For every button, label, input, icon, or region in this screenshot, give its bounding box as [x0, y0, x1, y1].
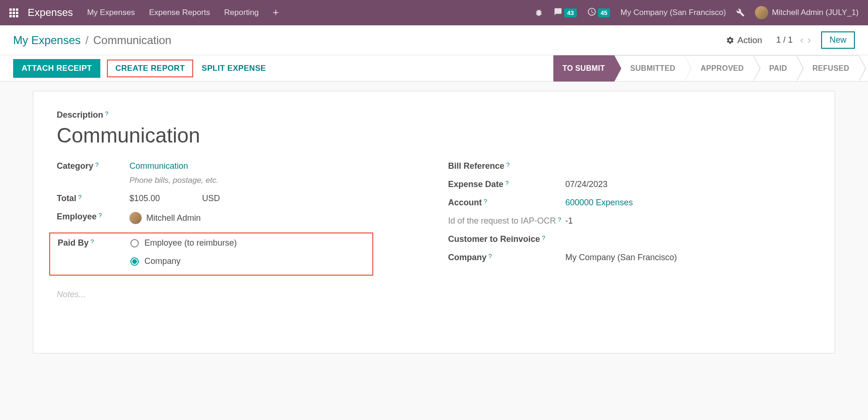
category-value[interactable]: Communication — [129, 161, 219, 171]
total-help-icon[interactable]: ? — [78, 194, 82, 201]
form-left-column: Category ? Communication Phone bills, po… — [57, 161, 420, 300]
messages-badge: 43 — [564, 8, 576, 17]
top-navbar: Expenses My Expenses Expense Reports Rep… — [0, 0, 868, 25]
employee-value[interactable]: Mitchell Admin — [146, 213, 201, 223]
radio-checked-icon — [130, 257, 139, 266]
action-bar: ATTACH RECEIPT CREATE REPORT SPLIT EXPEN… — [0, 55, 868, 82]
paid-by-help-icon[interactable]: ? — [91, 238, 94, 245]
action-label: Action — [737, 35, 762, 45]
description-label: Description ? — [57, 110, 811, 120]
nav-reporting[interactable]: Reporting — [224, 8, 259, 17]
status-bar: TO SUBMIT SUBMITTED APPROVED PAID REFUSE… — [553, 55, 859, 82]
form-right-column: Bill Reference ? Expense Date ? 07/24/20… — [448, 161, 812, 300]
customer-reinvoice-help-icon[interactable]: ? — [542, 234, 545, 241]
user-avatar — [755, 6, 768, 19]
debug-icon[interactable] — [535, 8, 543, 17]
customer-reinvoice-label: Customer to Reinvoice ? — [448, 234, 566, 244]
nav-my-expenses[interactable]: My Expenses — [87, 8, 135, 17]
user-menu[interactable]: Mitchell Admin (JULY_1) — [755, 6, 859, 19]
breadcrumb-separator: / — [85, 34, 89, 47]
category-label: Category ? — [57, 161, 129, 171]
category-hint: Phone bills, postage, etc. — [129, 176, 219, 185]
expense-date-label: Expense Date ? — [448, 180, 566, 189]
attach-receipt-button[interactable]: ATTACH RECEIPT — [13, 59, 100, 78]
status-approved[interactable]: APPROVED — [685, 55, 753, 82]
create-report-button[interactable]: CREATE REPORT — [107, 60, 193, 77]
apps-grid-icon[interactable] — [9, 8, 18, 17]
bill-reference-label: Bill Reference ? — [448, 161, 566, 171]
bill-reference-help-icon[interactable]: ? — [506, 161, 510, 168]
user-name: Mitchell Admin (JULY_1) — [772, 8, 859, 17]
category-help-icon[interactable]: ? — [95, 161, 98, 168]
nav-new-icon[interactable]: + — [273, 7, 279, 19]
status-to-submit[interactable]: TO SUBMIT — [553, 55, 614, 82]
pager-prev-icon[interactable]: ‹ — [800, 34, 803, 46]
account-value[interactable]: 600000 Expenses — [566, 198, 633, 208]
nav-expense-reports[interactable]: Expense Reports — [149, 8, 210, 17]
record-title[interactable]: Communication — [57, 124, 811, 147]
account-label: Account ? — [448, 198, 566, 208]
employee-help-icon[interactable]: ? — [98, 212, 102, 219]
split-expense-button[interactable]: SPLIT EXPENSE — [193, 59, 274, 78]
paid-by-company-radio[interactable]: Company — [130, 256, 237, 266]
description-help-icon[interactable]: ? — [105, 110, 108, 117]
total-currency[interactable]: USD — [202, 194, 220, 203]
expense-date-help-icon[interactable]: ? — [506, 180, 509, 187]
breadcrumb-current: Communication — [93, 34, 172, 47]
company-value[interactable]: My Company (San Francisco) — [566, 253, 677, 262]
iap-ocr-help-icon[interactable]: ? — [558, 216, 561, 223]
expense-date-value[interactable]: 07/24/2023 — [566, 180, 608, 189]
action-dropdown[interactable]: Action — [726, 35, 762, 45]
employee-avatar — [129, 212, 142, 224]
new-button[interactable]: New — [821, 31, 855, 49]
messages-button[interactable]: 43 — [553, 8, 576, 18]
app-brand[interactable]: Expenses — [28, 7, 73, 19]
settings-icon[interactable] — [736, 8, 745, 17]
status-submitted[interactable]: SUBMITTED — [614, 55, 685, 82]
company-help-icon[interactable]: ? — [489, 253, 492, 260]
iap-ocr-value: -1 — [566, 216, 573, 226]
employee-label: Employee ? — [57, 212, 129, 222]
activities-button[interactable]: 45 — [587, 7, 610, 19]
activities-badge: 45 — [598, 8, 610, 17]
company-switcher[interactable]: My Company (San Francisco) — [620, 8, 726, 17]
company-label: Company ? — [448, 253, 566, 262]
breadcrumb-bar: My Expenses / Communication Action 1 / 1… — [0, 25, 868, 55]
paid-by-employee-radio[interactable]: Employee (to reimburse) — [130, 238, 237, 248]
pager-count: 1 / 1 — [776, 35, 793, 45]
account-help-icon[interactable]: ? — [484, 198, 487, 205]
content-area: Description ? Communication Category ? C… — [0, 82, 868, 363]
notes-field[interactable]: Notes... — [57, 290, 420, 300]
form-sheet: Description ? Communication Category ? C… — [33, 91, 835, 353]
total-amount[interactable]: $105.00 — [129, 194, 160, 203]
paid-by-label: Paid By ? — [58, 238, 130, 248]
iap-ocr-label: Id of the request to IAP-OCR ? — [448, 216, 566, 226]
radio-unchecked-icon — [130, 239, 139, 248]
pager-next-icon[interactable]: › — [808, 34, 811, 46]
total-label: Total ? — [57, 194, 129, 203]
breadcrumb-parent[interactable]: My Expenses — [13, 34, 81, 47]
status-refused[interactable]: REFUSED — [796, 55, 859, 82]
